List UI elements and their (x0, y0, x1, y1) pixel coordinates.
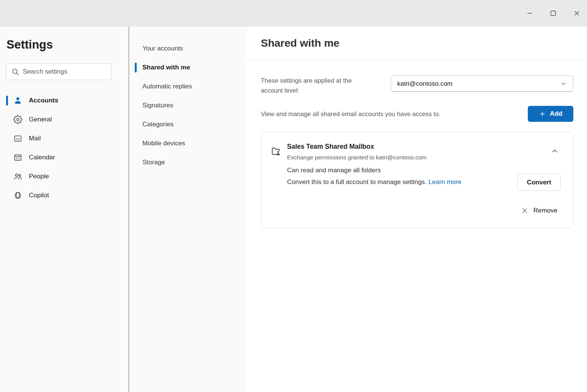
sidebar-item-people[interactable]: People (0, 167, 129, 186)
dismiss-icon (521, 207, 529, 214)
chevron-down-icon (560, 80, 567, 87)
collapse-card-button[interactable] (550, 146, 560, 156)
subnav-item-storage[interactable]: Storage (129, 153, 247, 172)
learn-more-link[interactable]: Learn more (429, 178, 462, 186)
person-icon (13, 96, 22, 105)
search-settings-input[interactable] (23, 68, 107, 76)
close-icon (573, 9, 581, 17)
page-title: Shared with me (261, 37, 339, 49)
description-row: View and manage all shared email account… (261, 106, 573, 122)
add-button-label: Add (550, 110, 562, 118)
mailbox-name: Sales Team Shared Mailbox (287, 143, 374, 151)
minimize-button[interactable] (521, 4, 539, 22)
mailbox-permissions-subtitle: Exchange permissions granted to katri@co… (287, 154, 426, 161)
settings-sidebar: Settings Accounts General Mail (0, 27, 129, 392)
panel-content: These settings are applied at the accoun… (247, 76, 587, 228)
sidebar-item-general[interactable]: General (0, 110, 129, 129)
subnav-item-label: Categories (142, 121, 174, 128)
sidebar-item-mail[interactable]: Mail (0, 129, 129, 148)
search-settings-box[interactable] (6, 63, 111, 80)
subnav-item-label: Your accounts (142, 45, 183, 52)
settings-page-title: Settings (6, 38, 129, 52)
subnav-item-categories[interactable]: Categories (129, 115, 247, 134)
people-icon (13, 172, 22, 181)
panel-description: View and manage all shared email account… (261, 110, 440, 118)
settings-category-nav: Accounts General Mail Calendar (0, 91, 129, 205)
account-dropdown-value: katri@contoso.com (397, 80, 453, 88)
subnav-item-label: Shared with me (142, 64, 190, 71)
accounts-subnav: Your accounts Shared with me Automatic r… (129, 27, 247, 392)
shared-mailbox-card: Sales Team Shared Mailbox Exchange permi… (261, 132, 573, 228)
subnav-item-mobile-devices[interactable]: Mobile devices (129, 134, 247, 153)
subnav-item-label: Storage (142, 159, 165, 166)
sidebar-item-label: Mail (29, 135, 41, 142)
selected-indicator (135, 63, 137, 72)
subnav-item-label: Automatic replies (142, 83, 192, 90)
sidebar-item-label: People (29, 173, 49, 180)
plus-icon (539, 110, 546, 118)
sidebar-item-calendar[interactable]: Calendar (0, 148, 129, 167)
subnav-item-shared-with-me[interactable]: Shared with me (129, 58, 247, 77)
close-button[interactable] (568, 4, 586, 22)
account-dropdown[interactable]: katri@contoso.com (391, 76, 573, 92)
convert-button[interactable]: Convert (517, 174, 561, 191)
sidebar-item-label: General (29, 116, 52, 123)
account-scope-label: These settings are applied at the accoun… (261, 76, 367, 95)
convert-description-text: Convert this to a full account to manage… (287, 178, 427, 186)
convert-description: Convert this to a full account to manage… (287, 178, 462, 186)
sidebar-item-copilot[interactable]: Copilot (0, 186, 129, 205)
titlebar (0, 0, 587, 27)
calendar-icon (13, 153, 22, 162)
maximize-button[interactable] (544, 4, 562, 22)
subnav-item-automatic-replies[interactable]: Automatic replies (129, 77, 247, 96)
shared-folder-icon (270, 146, 281, 157)
subnav-item-label: Signatures (142, 102, 173, 109)
chevron-up-icon (550, 146, 560, 156)
add-button[interactable]: Add (528, 106, 573, 122)
remove-button[interactable]: Remove (521, 207, 557, 214)
subnav-item-signatures[interactable]: Signatures (129, 96, 247, 115)
sidebar-item-label: Accounts (29, 97, 58, 104)
minimize-icon (526, 9, 533, 17)
account-scope-row: These settings are applied at the accoun… (261, 76, 573, 95)
subnav-item-label: Mobile devices (142, 140, 185, 147)
search-icon (11, 68, 19, 76)
remove-button-label: Remove (533, 207, 557, 214)
gear-icon (13, 115, 22, 124)
maximize-icon (549, 9, 557, 17)
sidebar-item-label: Calendar (29, 154, 55, 161)
shared-with-me-panel: Shared with me These settings are applie… (247, 27, 587, 392)
copilot-icon (13, 191, 22, 200)
sidebar-item-accounts[interactable]: Accounts (0, 91, 129, 110)
selected-indicator (6, 96, 8, 105)
sidebar-item-label: Copilot (29, 192, 49, 199)
panel-header: Shared with me (247, 27, 587, 60)
mail-icon (13, 134, 22, 143)
permission-text: Can read and manage all folders (287, 167, 381, 174)
subnav-item-your-accounts[interactable]: Your accounts (129, 39, 247, 58)
